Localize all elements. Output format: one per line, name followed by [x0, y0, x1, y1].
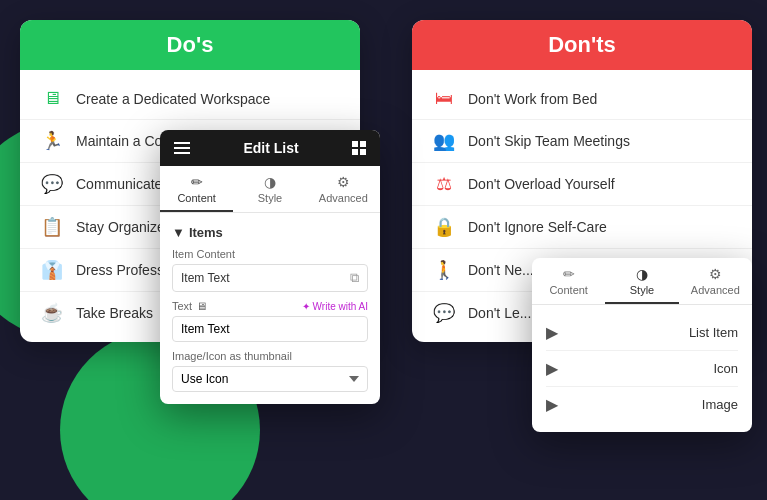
panel-title: Edit List [243, 140, 298, 156]
image-label: Image [702, 397, 738, 412]
dos-item-text: Create a Dedicated Workspace [76, 91, 270, 107]
list-item: 🔒 Don't Ignore Self-Care [412, 206, 752, 249]
list-item: ⚖ Don't Overload Yourself [412, 163, 752, 206]
dos-item-text: Take Breaks [76, 305, 153, 321]
icon-label: Icon [713, 361, 738, 376]
dont-item-text: Don't Le... [468, 305, 531, 321]
style-tab-advanced[interactable]: ⚙ Advanced [679, 258, 752, 304]
edit-list-panel: Edit List ✏ Content ◑ Style ⚙ Advanced ▼… [160, 130, 380, 404]
monitor-icon: 🖥 [40, 88, 64, 109]
tab-style[interactable]: ◑ Style [233, 166, 306, 212]
dont-item-text: Don't Skip Team Meetings [468, 133, 630, 149]
style-tab-content-label: Content [549, 284, 588, 296]
gear-icon: ⚙ [311, 174, 376, 190]
style-panel-tabs: ✏ Content ◑ Style ⚙ Advanced [532, 258, 752, 305]
chevron-right-icon: ▶ [546, 323, 558, 342]
contrast-icon: ◑ [237, 174, 302, 190]
lock-icon: 🔒 [432, 216, 456, 238]
chevron-right-icon: ▶ [546, 395, 558, 414]
panel-tabs: ✏ Content ◑ Style ⚙ Advanced [160, 166, 380, 213]
style-tab-content[interactable]: ✏ Content [532, 258, 605, 304]
speech-icon: 💬 [432, 302, 456, 324]
dos-header: Do's [20, 20, 360, 70]
list-item: 👥 Don't Skip Team Meetings [412, 120, 752, 163]
style-panel-body: ▶ List Item ▶ Icon ▶ Image [532, 305, 752, 432]
tab-content-label: Content [177, 192, 216, 204]
list-item: 🛏 Don't Work from Bed [412, 78, 752, 120]
donts-header: Don'ts [412, 20, 752, 70]
style-tab-style-label: Style [630, 284, 654, 296]
text-row: Text 🖥 ✦ Write with AI [172, 300, 368, 312]
style-section-list-item[interactable]: ▶ List Item [546, 315, 738, 351]
run-icon: 🏃 [40, 130, 64, 152]
main-container: Do's 🖥 Create a Dedicated Workspace 🏃 Ma… [0, 0, 767, 500]
hamburger-icon[interactable] [174, 142, 190, 154]
dont-item-text: Don't Ignore Self-Care [468, 219, 607, 235]
panel-body: ▼ Items Item Content Item Text ⧉ Text 🖥 … [160, 213, 380, 404]
pencil-icon: ✏ [164, 174, 229, 190]
dont-item-text: Don't Work from Bed [468, 91, 597, 107]
style-tab-advanced-label: Advanced [691, 284, 740, 296]
style-panel: ✏ Content ◑ Style ⚙ Advanced ▶ List Item… [532, 258, 752, 432]
style-tab-style[interactable]: ◑ Style [605, 258, 678, 304]
text-label: Text 🖥 [172, 300, 207, 312]
list-item-label: List Item [689, 325, 738, 340]
monitor-small-icon: 🖥 [196, 300, 207, 312]
image-icon-label: Image/Icon as thumbnail [172, 350, 368, 362]
style-section-image[interactable]: ▶ Image [546, 387, 738, 422]
tab-content[interactable]: ✏ Content [160, 166, 233, 212]
panel-header: Edit List [160, 130, 380, 166]
chevron-right-icon: ▶ [546, 359, 558, 378]
person-x-icon: 🚶 [432, 259, 456, 281]
chat-icon: 💬 [40, 173, 64, 195]
scale-icon: ⚖ [432, 173, 456, 195]
style-section-icon[interactable]: ▶ Icon [546, 351, 738, 387]
coffee-icon: ☕ [40, 302, 64, 324]
item-content-label: Item Content [172, 248, 368, 260]
people-icon: 👥 [432, 130, 456, 152]
item-text-input[interactable] [172, 316, 368, 342]
use-icon-select[interactable]: Use Icon Use Image None [172, 366, 368, 392]
pencil-icon: ✏ [536, 266, 601, 282]
grid-icon[interactable] [352, 141, 366, 155]
arrow-down-icon: ▼ [172, 225, 185, 240]
bed-icon: 🛏 [432, 88, 456, 109]
write-with-ai-button[interactable]: ✦ Write with AI [302, 301, 368, 312]
item-text-value: Item Text [181, 271, 350, 285]
tie-icon: 👔 [40, 259, 64, 281]
item-text-row: Item Text ⧉ [172, 264, 368, 292]
clipboard-icon: 📋 [40, 216, 64, 238]
copy-icon[interactable]: ⧉ [350, 270, 359, 286]
dont-item-text: Don't Overload Yourself [468, 176, 615, 192]
dont-item-text: Don't Ne... [468, 262, 534, 278]
contrast-icon: ◑ [609, 266, 674, 282]
gear-icon: ⚙ [683, 266, 748, 282]
list-item: 🖥 Create a Dedicated Workspace [20, 78, 360, 120]
tab-advanced[interactable]: ⚙ Advanced [307, 166, 380, 212]
tab-style-label: Style [258, 192, 282, 204]
tab-advanced-label: Advanced [319, 192, 368, 204]
items-section-title: ▼ Items [172, 225, 368, 240]
